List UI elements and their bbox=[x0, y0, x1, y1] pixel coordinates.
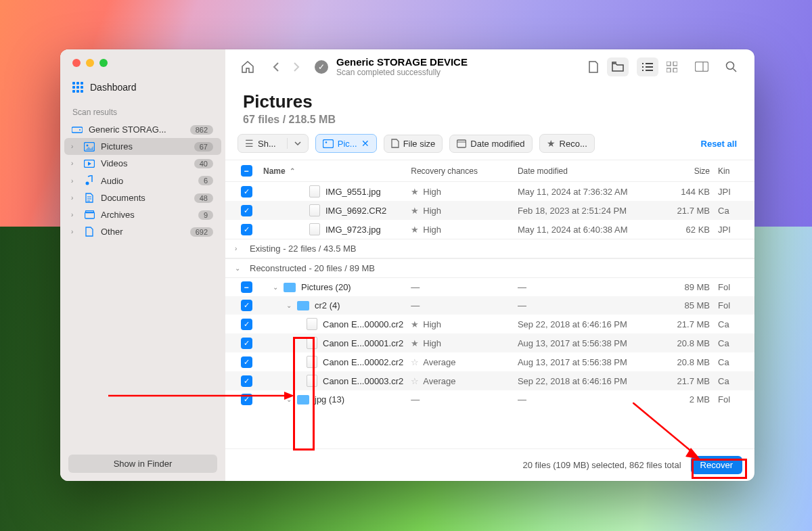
show-filter[interactable]: ☰Sh... bbox=[238, 134, 309, 153]
date-value: Aug 13, 2017 at 5:56:38 PM bbox=[518, 357, 657, 367]
sidebar-item-archives[interactable]: › Archives 9 bbox=[64, 206, 221, 223]
footer-bar: 20 files (109 MB) selected, 862 files to… bbox=[225, 448, 754, 481]
file-icon bbox=[307, 318, 317, 330]
maximize-window-button[interactable] bbox=[99, 59, 108, 67]
datemodified-label: Date modified bbox=[470, 139, 524, 149]
chevron-down-icon[interactable]: ⌄ bbox=[286, 396, 292, 403]
row-checkbox[interactable]: − bbox=[241, 281, 252, 293]
home-button[interactable] bbox=[238, 57, 258, 77]
file-row[interactable]: ✓ Canon E...00001.cr2 ★High Aug 13, 2017… bbox=[225, 333, 754, 352]
svg-rect-8 bbox=[667, 62, 671, 66]
row-checkbox[interactable]: ✓ bbox=[241, 300, 252, 311]
folder-icon bbox=[284, 283, 296, 292]
sidebar-device[interactable]: Generic STORAG... 862 bbox=[64, 121, 221, 138]
recovery-filter[interactable]: ★Reco... bbox=[539, 134, 595, 153]
sidebar-item-label: Pictures bbox=[101, 141, 189, 152]
kind-value: Ca bbox=[718, 338, 745, 348]
forward-button[interactable] bbox=[286, 57, 307, 77]
column-date[interactable]: Date modified bbox=[518, 166, 657, 176]
pictures-filter[interactable]: Pic... ✕ bbox=[315, 134, 377, 153]
star-full-icon: ★ bbox=[411, 225, 419, 235]
row-checkbox[interactable]: ✓ bbox=[241, 375, 252, 387]
dashboard-nav[interactable]: Dashboard bbox=[60, 76, 225, 98]
window-controls bbox=[60, 59, 225, 76]
file-row[interactable]: ✓ Canon E...00000.cr2 ★High Sep 22, 2018… bbox=[225, 315, 754, 333]
star-icon: ★ bbox=[547, 138, 556, 149]
folder-row[interactable]: ✓ ⌄cr2 (4) —— 85 MB Fol bbox=[225, 296, 754, 315]
datemodified-filter[interactable]: Date modified bbox=[449, 135, 532, 153]
preview-toggle-button[interactable] bbox=[691, 57, 713, 76]
sidebar-item-count: 692 bbox=[190, 227, 213, 237]
column-size[interactable]: Size bbox=[657, 166, 718, 176]
column-kind[interactable]: Kin bbox=[718, 166, 745, 176]
svg-point-14 bbox=[727, 62, 734, 69]
file-row[interactable]: ✓ Canon E...00002.cr2 ☆Average Aug 13, 2… bbox=[225, 352, 754, 371]
row-checkbox[interactable]: ✓ bbox=[241, 356, 252, 368]
folder-row[interactable]: ✓ ⌄jpg (13) —— 2 MB Fol bbox=[225, 390, 754, 409]
sidebar-item-audio[interactable]: › Audio 6 bbox=[64, 172, 221, 189]
column-name[interactable]: Name⌃ bbox=[258, 166, 411, 176]
minimize-window-button[interactable] bbox=[86, 59, 94, 67]
file-row[interactable]: ✓ IMG_9723.jpg ★High May 11, 2024 at 6:4… bbox=[225, 220, 754, 239]
search-button[interactable] bbox=[721, 57, 742, 76]
recover-button[interactable]: Recover bbox=[691, 456, 742, 474]
row-checkbox[interactable]: ✓ bbox=[241, 205, 252, 216]
file-icon bbox=[307, 375, 317, 387]
group-existing[interactable]: › Existing - 22 files / 43.5 MB bbox=[225, 239, 754, 258]
sidebar-item-pictures[interactable]: › Pictures 67 bbox=[64, 138, 221, 155]
close-window-button[interactable] bbox=[72, 59, 81, 67]
file-row[interactable]: ✓ IMG_9692.CR2 ★High Feb 18, 2023 at 2:5… bbox=[225, 201, 754, 220]
status-complete-icon: ✓ bbox=[315, 60, 328, 74]
row-checkbox[interactable]: ✓ bbox=[241, 338, 252, 349]
view-folder-button[interactable] bbox=[607, 57, 629, 76]
date-value: May 11, 2024 at 7:36:32 AM bbox=[518, 187, 657, 197]
sidebar-item-other[interactable]: › Other 692 bbox=[64, 223, 221, 240]
file-name: Canon E...00000.cr2 bbox=[323, 319, 403, 329]
other-icon bbox=[83, 227, 95, 237]
show-dropdown[interactable] bbox=[287, 138, 308, 149]
grid-view-button[interactable] bbox=[661, 57, 683, 76]
clear-filter-icon[interactable]: ✕ bbox=[361, 138, 369, 149]
row-checkbox[interactable]: ✓ bbox=[241, 319, 252, 330]
recovery-value: High bbox=[423, 187, 441, 197]
group-reconstructed[interactable]: ⌄ Reconstructed - 20 files / 89 MB bbox=[225, 258, 754, 278]
filesize-filter[interactable]: File size bbox=[384, 135, 443, 153]
sliders-icon: ☰ bbox=[245, 138, 254, 149]
view-switcher bbox=[583, 57, 629, 76]
chevron-down-icon[interactable]: ⌄ bbox=[286, 302, 292, 309]
chevron-down-icon[interactable]: ⌄ bbox=[273, 283, 278, 291]
file-name: Canon E...00002.cr2 bbox=[323, 357, 403, 367]
svg-rect-7 bbox=[85, 211, 93, 213]
show-in-finder-button[interactable]: Show in Finder bbox=[68, 455, 217, 473]
reset-all-link[interactable]: Reset all bbox=[701, 139, 742, 149]
sidebar-item-videos[interactable]: › Videos 40 bbox=[64, 155, 221, 172]
select-all-checkbox[interactable]: − bbox=[241, 165, 252, 177]
sidebar: Dashboard Scan results Generic STORAG...… bbox=[60, 49, 225, 481]
chevron-right-icon: › bbox=[71, 211, 78, 218]
list-view-button[interactable] bbox=[637, 57, 658, 76]
sidebar-item-documents[interactable]: › Documents 48 bbox=[64, 189, 221, 206]
file-icon bbox=[307, 337, 317, 349]
date-value: Sep 22, 2018 at 6:46:16 PM bbox=[518, 376, 657, 386]
sidebar-item-label: Videos bbox=[101, 158, 189, 168]
page-title: Pictures bbox=[243, 91, 737, 112]
file-icon bbox=[309, 204, 320, 216]
main-panel: ✓ Generic STORAGE DEVICE Scan completed … bbox=[225, 49, 754, 481]
sidebar-section-label: Scan results bbox=[60, 98, 225, 121]
back-button[interactable] bbox=[266, 57, 286, 77]
file-row[interactable]: ✓ IMG_9551.jpg ★High May 11, 2024 at 7:3… bbox=[225, 182, 754, 201]
date-value: Feb 18, 2023 at 2:51:24 PM bbox=[518, 206, 657, 216]
view-file-button[interactable] bbox=[583, 57, 604, 76]
sidebar-item-count: 9 bbox=[198, 210, 213, 220]
file-row[interactable]: ✓ Canon E...00003.cr2 ☆Average Sep 22, 2… bbox=[225, 371, 754, 390]
folder-icon bbox=[297, 301, 309, 310]
row-checkbox[interactable]: ✓ bbox=[241, 394, 252, 405]
row-checkbox[interactable]: ✓ bbox=[241, 224, 252, 235]
recovery-value: Average bbox=[423, 376, 455, 386]
folder-row[interactable]: − ⌄Pictures (20) —— 89 MB Fol bbox=[225, 278, 754, 296]
size-value: 21.7 MB bbox=[657, 376, 718, 386]
row-checkbox[interactable]: ✓ bbox=[241, 186, 252, 198]
column-recovery[interactable]: Recovery chances bbox=[411, 166, 518, 176]
group-label: Existing - 22 files / 43.5 MB bbox=[250, 244, 357, 254]
device-title: Generic STORAGE DEVICE bbox=[336, 56, 468, 68]
